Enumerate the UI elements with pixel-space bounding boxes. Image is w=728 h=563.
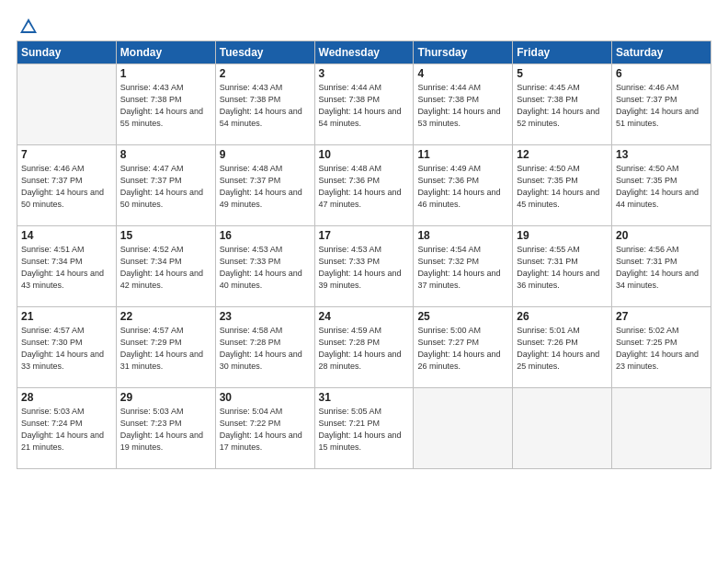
calendar-week-2: 7 Sunrise: 4:46 AMSunset: 7:37 PMDayligh… xyxy=(17,145,711,226)
day-number: 7 xyxy=(21,148,112,161)
day-number: 27 xyxy=(616,310,707,323)
calendar-cell: 18 Sunrise: 4:54 AMSunset: 7:32 PMDaylig… xyxy=(414,226,513,307)
day-number: 12 xyxy=(517,148,608,161)
cell-info: Sunrise: 4:53 AMSunset: 7:33 PMDaylight:… xyxy=(220,245,302,290)
logo xyxy=(17,17,39,33)
day-header-wednesday: Wednesday xyxy=(314,41,414,64)
day-number: 6 xyxy=(616,67,707,80)
cell-info: Sunrise: 4:59 AMSunset: 7:28 PMDaylight:… xyxy=(319,326,402,371)
calendar-cell xyxy=(612,388,711,469)
day-number: 8 xyxy=(120,148,211,161)
calendar-cell: 30 Sunrise: 5:04 AMSunset: 7:22 PMDaylig… xyxy=(215,388,314,469)
day-header-thursday: Thursday xyxy=(414,41,513,64)
calendar-cell: 7 Sunrise: 4:46 AMSunset: 7:37 PMDayligh… xyxy=(17,145,117,226)
day-number: 22 xyxy=(120,310,211,323)
cell-info: Sunrise: 4:57 AMSunset: 7:30 PMDaylight:… xyxy=(21,326,104,371)
cell-info: Sunrise: 4:48 AMSunset: 7:37 PMDaylight:… xyxy=(220,164,302,209)
calendar-cell: 13 Sunrise: 4:50 AMSunset: 7:35 PMDaylig… xyxy=(612,145,711,226)
day-number: 15 xyxy=(120,229,211,242)
cell-info: Sunrise: 4:46 AMSunset: 7:37 PMDaylight:… xyxy=(616,83,699,128)
calendar-header-row: SundayMondayTuesdayWednesdayThursdayFrid… xyxy=(17,41,711,64)
cell-info: Sunrise: 4:43 AMSunset: 7:38 PMDaylight:… xyxy=(220,83,302,128)
cell-info: Sunrise: 4:51 AMSunset: 7:34 PMDaylight:… xyxy=(21,245,104,290)
day-number: 26 xyxy=(517,310,608,323)
day-number: 3 xyxy=(319,67,410,80)
day-header-tuesday: Tuesday xyxy=(215,41,314,64)
calendar-cell: 17 Sunrise: 4:53 AMSunset: 7:33 PMDaylig… xyxy=(314,226,414,307)
header xyxy=(17,17,711,33)
calendar-cell: 15 Sunrise: 4:52 AMSunset: 7:34 PMDaylig… xyxy=(116,226,215,307)
calendar-cell: 20 Sunrise: 4:56 AMSunset: 7:31 PMDaylig… xyxy=(612,226,711,307)
day-header-saturday: Saturday xyxy=(612,41,711,64)
calendar-week-1: 1 Sunrise: 4:43 AMSunset: 7:38 PMDayligh… xyxy=(17,64,711,145)
cell-info: Sunrise: 5:02 AMSunset: 7:25 PMDaylight:… xyxy=(616,326,699,371)
calendar-cell: 23 Sunrise: 4:58 AMSunset: 7:28 PMDaylig… xyxy=(215,307,314,388)
cell-info: Sunrise: 4:44 AMSunset: 7:38 PMDaylight:… xyxy=(417,83,500,128)
page: SundayMondayTuesdayWednesdayThursdayFrid… xyxy=(0,0,728,563)
day-number: 19 xyxy=(517,229,608,242)
cell-info: Sunrise: 4:48 AMSunset: 7:36 PMDaylight:… xyxy=(319,164,402,209)
cell-info: Sunrise: 5:05 AMSunset: 7:21 PMDaylight:… xyxy=(319,407,402,452)
calendar-cell: 6 Sunrise: 4:46 AMSunset: 7:37 PMDayligh… xyxy=(612,64,711,145)
cell-info: Sunrise: 4:52 AMSunset: 7:34 PMDaylight:… xyxy=(120,245,203,290)
logo-icon xyxy=(18,17,39,37)
calendar-cell xyxy=(414,388,513,469)
day-number: 23 xyxy=(220,310,311,323)
day-number: 10 xyxy=(319,148,410,161)
cell-info: Sunrise: 5:01 AMSunset: 7:26 PMDaylight:… xyxy=(517,326,599,371)
day-number: 21 xyxy=(21,310,112,323)
day-number: 31 xyxy=(319,391,410,404)
cell-info: Sunrise: 4:45 AMSunset: 7:38 PMDaylight:… xyxy=(517,83,599,128)
cell-info: Sunrise: 4:50 AMSunset: 7:35 PMDaylight:… xyxy=(616,164,699,209)
day-number: 24 xyxy=(319,310,410,323)
calendar-cell: 8 Sunrise: 4:47 AMSunset: 7:37 PMDayligh… xyxy=(116,145,215,226)
day-number: 18 xyxy=(417,229,508,242)
calendar-cell: 27 Sunrise: 5:02 AMSunset: 7:25 PMDaylig… xyxy=(612,307,711,388)
day-number: 9 xyxy=(220,148,311,161)
cell-info: Sunrise: 4:58 AMSunset: 7:28 PMDaylight:… xyxy=(220,326,302,371)
calendar-week-3: 14 Sunrise: 4:51 AMSunset: 7:34 PMDaylig… xyxy=(17,226,711,307)
cell-info: Sunrise: 4:50 AMSunset: 7:35 PMDaylight:… xyxy=(517,164,599,209)
calendar-cell: 4 Sunrise: 4:44 AMSunset: 7:38 PMDayligh… xyxy=(414,64,513,145)
calendar-cell: 22 Sunrise: 4:57 AMSunset: 7:29 PMDaylig… xyxy=(116,307,215,388)
calendar-table: SundayMondayTuesdayWednesdayThursdayFrid… xyxy=(17,40,711,469)
day-number: 25 xyxy=(417,310,508,323)
day-number: 11 xyxy=(417,148,508,161)
cell-info: Sunrise: 4:56 AMSunset: 7:31 PMDaylight:… xyxy=(616,245,699,290)
day-header-sunday: Sunday xyxy=(17,41,117,64)
calendar-cell: 5 Sunrise: 4:45 AMSunset: 7:38 PMDayligh… xyxy=(513,64,612,145)
day-number: 1 xyxy=(120,67,211,80)
calendar-cell: 19 Sunrise: 4:55 AMSunset: 7:31 PMDaylig… xyxy=(513,226,612,307)
cell-info: Sunrise: 5:03 AMSunset: 7:23 PMDaylight:… xyxy=(120,407,203,452)
day-number: 4 xyxy=(417,67,508,80)
calendar-cell: 1 Sunrise: 4:43 AMSunset: 7:38 PMDayligh… xyxy=(116,64,215,145)
day-number: 16 xyxy=(220,229,311,242)
calendar-cell: 28 Sunrise: 5:03 AMSunset: 7:24 PMDaylig… xyxy=(17,388,117,469)
day-number: 14 xyxy=(21,229,112,242)
calendar-cell: 25 Sunrise: 5:00 AMSunset: 7:27 PMDaylig… xyxy=(414,307,513,388)
calendar-cell: 16 Sunrise: 4:53 AMSunset: 7:33 PMDaylig… xyxy=(215,226,314,307)
calendar-week-4: 21 Sunrise: 4:57 AMSunset: 7:30 PMDaylig… xyxy=(17,307,711,388)
calendar-cell xyxy=(513,388,612,469)
day-number: 2 xyxy=(220,67,311,80)
cell-info: Sunrise: 5:03 AMSunset: 7:24 PMDaylight:… xyxy=(21,407,104,452)
cell-info: Sunrise: 4:43 AMSunset: 7:38 PMDaylight:… xyxy=(120,83,203,128)
calendar-cell: 3 Sunrise: 4:44 AMSunset: 7:38 PMDayligh… xyxy=(314,64,414,145)
day-number: 29 xyxy=(120,391,211,404)
day-number: 30 xyxy=(220,391,311,404)
day-number: 28 xyxy=(21,391,112,404)
calendar-cell: 10 Sunrise: 4:48 AMSunset: 7:36 PMDaylig… xyxy=(314,145,414,226)
day-header-friday: Friday xyxy=(513,41,612,64)
cell-info: Sunrise: 5:00 AMSunset: 7:27 PMDaylight:… xyxy=(417,326,500,371)
day-number: 13 xyxy=(616,148,707,161)
calendar-week-5: 28 Sunrise: 5:03 AMSunset: 7:24 PMDaylig… xyxy=(17,388,711,469)
day-number: 20 xyxy=(616,229,707,242)
calendar-cell: 24 Sunrise: 4:59 AMSunset: 7:28 PMDaylig… xyxy=(314,307,414,388)
day-header-monday: Monday xyxy=(116,41,215,64)
calendar-cell xyxy=(17,64,117,145)
calendar-cell: 29 Sunrise: 5:03 AMSunset: 7:23 PMDaylig… xyxy=(116,388,215,469)
cell-info: Sunrise: 4:53 AMSunset: 7:33 PMDaylight:… xyxy=(319,245,402,290)
cell-info: Sunrise: 4:49 AMSunset: 7:36 PMDaylight:… xyxy=(417,164,500,209)
calendar-cell: 9 Sunrise: 4:48 AMSunset: 7:37 PMDayligh… xyxy=(215,145,314,226)
cell-info: Sunrise: 4:55 AMSunset: 7:31 PMDaylight:… xyxy=(517,245,599,290)
